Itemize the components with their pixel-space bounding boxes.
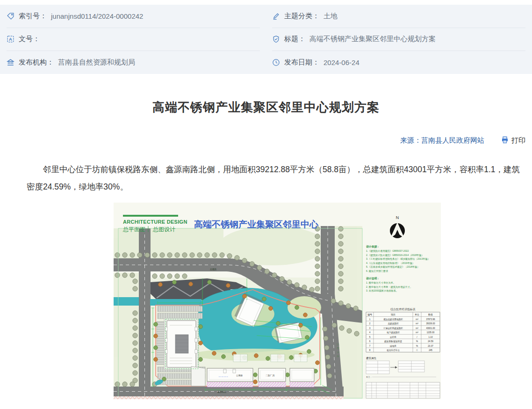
- svg-text:编号: 编号: [367, 313, 372, 315]
- svg-text:1.《建筑防火通用规范》GB55037-2022: 1.《建筑防火通用规范》GB55037-2022: [366, 249, 409, 253]
- meta-label: 发布日期：: [284, 58, 319, 67]
- svg-text:%: %: [416, 344, 418, 347]
- document-meta-panel: 索引号： junanjnsd0114/2024-0000242 A 文号： 发布…: [0, 5, 532, 74]
- plan-title: 高端不锈钢产业集聚区邻里中心: [194, 219, 319, 229]
- tag-icon: [7, 12, 14, 20]
- svg-text:8: 8: [369, 349, 371, 351]
- meta-value: 高端不锈钢产业集聚区邻里中心规划方案: [309, 35, 436, 44]
- meta-label: 索引号：: [19, 12, 47, 21]
- svg-text:24.59: 24.59: [428, 340, 433, 343]
- meta-label: 发布机构：: [19, 58, 54, 67]
- print-button[interactable]: 打印: [501, 136, 525, 145]
- svg-text:m²: m²: [416, 322, 418, 325]
- source-label: 来源：: [400, 136, 421, 145]
- svg-text:6: 6: [369, 340, 371, 343]
- svg-text:单位: 单位: [415, 313, 419, 315]
- meta-value: 莒南县自然资源和规划局: [58, 58, 135, 67]
- svg-text:245: 245: [429, 349, 432, 351]
- svg-text:1. 图中标注尺寸单位为米。: 1. 图中标注尺寸单位为米。: [366, 281, 395, 285]
- svg-text:规划总建设用地面积: 规划总建设用地面积: [383, 317, 403, 321]
- print-label: 打印: [511, 136, 525, 145]
- svg-text:设计依据：: 设计依据：: [366, 245, 380, 248]
- svg-text:数值: 数值: [428, 313, 433, 315]
- meta-row-category: 主题分类： 土地: [272, 5, 525, 28]
- meta-label: 主题分类：: [284, 12, 319, 21]
- site-plan-image: 公寓楼 二期厂房 总规路 鑫源南路 沂岭大道 ARC: [114, 203, 441, 399]
- printer-icon: [501, 136, 509, 145]
- svg-text:m²: m²: [416, 318, 418, 320]
- svg-text:6. 规划主管部门要求: 6. 规划主管部门要求: [366, 269, 388, 272]
- svg-text:公寓楼: 公寓楼: [236, 374, 243, 377]
- svg-text:N: N: [396, 215, 399, 220]
- svg-text:7: 7: [369, 344, 371, 347]
- meta-value: junanjnsd0114/2024-0000242: [51, 12, 143, 20]
- south-parcel-hatch: [114, 396, 344, 399]
- clock-icon: [272, 58, 280, 66]
- svg-text:综合技术经济指标表: 综合技术经济指标表: [390, 307, 416, 311]
- svg-text:二期厂房: 二期厂房: [266, 374, 274, 377]
- document-a-icon: A: [7, 35, 14, 43]
- meta-left-column: 索引号： junanjnsd0114/2024-0000242 A 文号： 发布…: [7, 5, 260, 74]
- svg-text:37873.96: 37873.96: [426, 318, 435, 320]
- building-summary-table: [366, 382, 440, 398]
- svg-text:地下建筑面积: 地下建筑面积: [386, 331, 400, 334]
- svg-text:2. 图中标注尺寸界限：建筑为外墙皮尺寸。: 2. 图中标注尺寸界限：建筑为外墙皮尺寸。: [366, 285, 412, 288]
- indicator-table: 综合技术经济指标表 编号 项目 单位 数值 1规划总建设用地面积m²37873.…: [366, 307, 440, 352]
- meta-row-index: 索引号： junanjnsd0114/2024-0000242: [7, 5, 260, 28]
- svg-text:总建筑面积: 总建筑面积: [388, 322, 399, 325]
- meta-row-title: 标题： 高端不锈钢产业集聚区邻里中心规划方案: [272, 28, 525, 51]
- article-body: 邻里中心位于坊前镇保税路东侧、鑫源南路北侧，用地面积39212.88平方米（58…: [27, 161, 526, 196]
- source-link[interactable]: 莒南县人民政府网站: [421, 136, 484, 145]
- svg-text:39336.00: 39336.00: [426, 322, 435, 325]
- plan-brand: ARCHITECTURE DESIGN: [123, 219, 187, 225]
- svg-text:3. 采用2000国家大地坐标系。: 3. 采用2000国家大地坐标系。: [366, 289, 398, 292]
- meta-right-column: 主题分类： 土地 标题： 高端不锈钢产业集聚区邻里中心规划方案 发布日期： 20…: [272, 5, 525, 74]
- svg-text:3.《工程建设标准强制性条文》-城乡规划部分（2013年版）: 3.《工程建设标准强制性条文》-城乡规划部分（2013年版）: [366, 257, 430, 261]
- svg-text:绿地率: 绿地率: [390, 344, 396, 347]
- meta-label: 文号：: [19, 35, 40, 44]
- road-label-top: 总规路: [210, 268, 217, 271]
- svg-text:1: 1: [369, 318, 371, 320]
- plan-subtitle-right: 总图设计: [152, 226, 175, 233]
- source-row: 来源： 莒南县人民政府网站 打印: [0, 136, 525, 145]
- svg-text:项目: 项目: [390, 313, 395, 316]
- svg-text:2: 2: [369, 322, 371, 325]
- main-building: [164, 318, 199, 370]
- svg-text:计算容积率建筑面积: 计算容积率建筑面积: [383, 326, 403, 329]
- svg-text:1235.00: 1235.00: [427, 331, 435, 334]
- meta-row-date: 发布日期： 2024-06-24: [272, 51, 525, 74]
- meta-label: 标题：: [284, 35, 305, 44]
- svg-text:2.《建筑设计防火规范》GB50016-2014（2018年: 2.《建筑设计防火规范》GB50016-2014（2018年版）: [366, 253, 424, 256]
- river: [114, 297, 141, 306]
- svg-text:23.37: 23.37: [428, 344, 433, 347]
- meta-value: 2024-06-24: [324, 58, 359, 66]
- meta-row-agency: 发布机构： 莒南县自然资源和规划局: [7, 51, 260, 74]
- pencil-icon: [272, 12, 280, 20]
- svg-text:m²: m²: [416, 331, 418, 334]
- svg-text:5.《莒南县城乡规划管理技术规定》（2018年版）: 5.《莒南县城乡规划管理技术规定》（2018年版）: [366, 265, 419, 269]
- institution-icon: [7, 58, 14, 66]
- svg-text:设计说明：: 设计说明：: [366, 277, 380, 280]
- south-buildings: 公寓楼 二期厂房: [191, 366, 314, 387]
- plan-subtitle-left: 总平面图: [122, 226, 145, 233]
- svg-text:建筑属性: 建筑属性: [366, 357, 377, 360]
- shield-check-icon: [272, 35, 280, 43]
- svg-text:%: %: [416, 340, 418, 343]
- svg-text:m²: m²: [416, 327, 418, 329]
- road-label-bottom: 鑫源南路: [217, 390, 226, 394]
- svg-text:备注：: 备注：: [366, 376, 372, 378]
- svg-text:1.10: 1.10: [429, 336, 433, 338]
- svg-text:4.《山东省建设用地控制标准》（2019年版）: 4.《山东省建设用地控制标准》（2019年版）: [366, 261, 415, 264]
- meta-row-doc-number: A 文号：: [7, 28, 260, 51]
- svg-text:3: 3: [369, 327, 371, 329]
- svg-text:5: 5: [369, 336, 371, 338]
- page-title: 高端不锈钢产业集聚区邻里中心规划方案: [0, 99, 532, 116]
- road-label-right: 沂岭大道: [336, 343, 339, 359]
- svg-text:A: A: [9, 37, 12, 42]
- svg-text:43001.00: 43001.00: [426, 327, 435, 329]
- svg-text:个: 个: [416, 349, 418, 351]
- meta-value: 土地: [324, 12, 338, 21]
- svg-text:4: 4: [369, 331, 371, 334]
